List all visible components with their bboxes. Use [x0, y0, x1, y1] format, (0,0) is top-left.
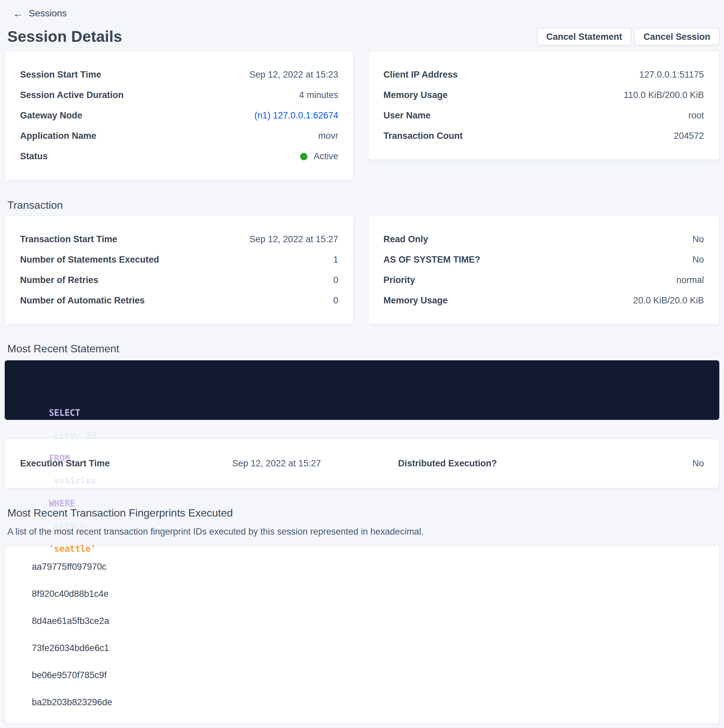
- sql-token: 'seattle': [49, 544, 96, 554]
- session-summary-row: Session Start Time Sep 12, 2022 at 15:23…: [5, 51, 719, 180]
- sql-token: city, id: [49, 431, 101, 440]
- sql-statement-box: SELECT city, id FROM vehicles WHERE city…: [5, 360, 719, 420]
- breadcrumb-sessions-link[interactable]: Sessions: [29, 8, 67, 19]
- detail-row: Client IP Address 127.0.0.1:51175: [383, 64, 704, 85]
- detail-label: Application Name: [20, 131, 96, 141]
- detail-value: Active: [300, 151, 338, 162]
- detail-row: Memory Usage 110.0 KiB/200.0 KiB: [383, 85, 704, 106]
- detail-label: Gateway Node: [20, 110, 82, 121]
- detail-value: 0: [333, 295, 338, 306]
- execution-start-value: Sep 12, 2022 at 15:27: [232, 458, 321, 469]
- detail-value: No: [692, 255, 704, 265]
- detail-row: User Name root: [383, 106, 704, 126]
- fingerprint-id: ba2b203b823296de: [32, 689, 704, 716]
- detail-label: Client IP Address: [383, 70, 458, 80]
- fingerprints-section-title: Most Recent Transaction Fingerprints Exe…: [8, 507, 719, 519]
- detail-label: Session Active Duration: [20, 90, 124, 100]
- detail-value: root: [688, 110, 704, 121]
- execution-start-label: Execution Start Time: [20, 458, 110, 469]
- detail-row: AS OF SYSTEM TIME? No: [383, 249, 704, 270]
- detail-row: Session Start Time Sep 12, 2022 at 15:23: [20, 64, 338, 85]
- status-active-dot-icon: [300, 153, 308, 160]
- detail-row: Gateway Node (n1) 127.0.0.1:62674: [20, 106, 338, 126]
- cancel-session-button[interactable]: Cancel Session: [634, 28, 719, 45]
- detail-row: Transaction Count 204572: [383, 126, 704, 146]
- detail-label: Memory Usage: [383, 295, 448, 306]
- detail-row: Number of Automatic Retries 0: [20, 291, 338, 311]
- detail-row: Memory Usage 20.0 KiB/20.0 KiB: [383, 291, 704, 311]
- detail-label: User Name: [383, 110, 430, 121]
- statement-section-title: Most Recent Statement: [8, 343, 719, 355]
- transaction-props-card: Read Only No AS OF SYSTEM TIME? No Prior…: [368, 216, 719, 324]
- breadcrumb[interactable]: ← Sessions: [13, 8, 719, 19]
- detail-value[interactable]: (n1) 127.0.0.1:62674: [254, 110, 338, 121]
- page-header: Session Details Cancel Statement Cancel …: [5, 28, 719, 46]
- detail-label: Priority: [383, 275, 415, 285]
- transaction-stats-card: Transaction Start Time Sep 12, 2022 at 1…: [5, 216, 354, 324]
- fingerprint-id: 8f920c40d88b1c4e: [32, 580, 704, 607]
- execution-card: Execution Start Time Sep 12, 2022 at 15:…: [5, 439, 719, 488]
- fingerprint-id: 73fe26034bd6e6c1: [32, 635, 704, 662]
- fingerprints-card: aa79775ff097970c 8f920c40d88b1c4e 8d4ae6…: [5, 546, 719, 723]
- detail-row: Session Active Duration 4 minutes: [20, 85, 338, 106]
- transaction-section-title: Transaction: [8, 199, 719, 211]
- session-details-page: ← Sessions Session Details Cancel Statem…: [0, 0, 724, 723]
- client-info-card: Client IP Address 127.0.0.1:51175 Memory…: [368, 51, 719, 160]
- client-info-rows: Client IP Address 127.0.0.1:51175 Memory…: [368, 51, 719, 160]
- sql-token: SELECT: [49, 408, 80, 418]
- header-actions: Cancel Statement Cancel Session: [537, 28, 719, 45]
- detail-label: Session Start Time: [20, 70, 101, 80]
- transaction-row: Transaction Start Time Sep 12, 2022 at 1…: [5, 216, 719, 324]
- detail-row: Priority normal: [383, 270, 704, 291]
- fingerprints-description: A list of the most recent transaction fi…: [8, 527, 719, 537]
- detail-value: normal: [676, 275, 704, 285]
- detail-value: 1: [333, 255, 338, 265]
- cancel-statement-button[interactable]: Cancel Statement: [537, 28, 631, 45]
- session-info-card: Session Start Time Sep 12, 2022 at 15:23…: [5, 51, 354, 180]
- sql-token: vehicles: [49, 476, 101, 486]
- fingerprint-id: be06e9570f785c9f: [32, 662, 704, 689]
- transaction-stats-rows: Transaction Start Time Sep 12, 2022 at 1…: [5, 216, 353, 324]
- detail-value: No: [692, 234, 704, 245]
- detail-label: Status: [20, 151, 48, 162]
- detail-value: Sep 12, 2022 at 15:27: [249, 234, 338, 245]
- detail-label: Transaction Count: [383, 131, 463, 141]
- detail-row: Number of Retries 0: [20, 270, 338, 291]
- detail-label: AS OF SYSTEM TIME?: [383, 255, 481, 265]
- detail-label: Read Only: [383, 234, 428, 245]
- detail-row: Transaction Start Time Sep 12, 2022 at 1…: [20, 229, 338, 249]
- detail-row: Status Active: [20, 146, 338, 167]
- detail-label: Number of Retries: [20, 275, 98, 285]
- detail-label: Memory Usage: [383, 90, 448, 100]
- back-arrow-icon[interactable]: ←: [13, 8, 23, 19]
- transaction-props-rows: Read Only No AS OF SYSTEM TIME? No Prior…: [368, 216, 719, 324]
- distributed-execution-label: Distributed Execution?: [398, 458, 497, 469]
- detail-value: 0: [333, 275, 338, 285]
- detail-value: 204572: [674, 131, 704, 141]
- detail-value: 127.0.0.1:51175: [639, 70, 704, 80]
- detail-label: Transaction Start Time: [20, 234, 118, 245]
- distributed-execution-value: No: [692, 458, 704, 469]
- detail-row: Read Only No: [383, 229, 704, 249]
- detail-value: 110.0 KiB/200.0 KiB: [624, 90, 704, 100]
- page-title: Session Details: [8, 28, 122, 46]
- detail-value: 4 minutes: [299, 90, 338, 100]
- session-info-rows: Session Start Time Sep 12, 2022 at 15:23…: [5, 51, 353, 180]
- fingerprint-id: 8d4ae61a5fb3ce2a: [32, 607, 704, 635]
- detail-value: Sep 12, 2022 at 15:23: [249, 70, 338, 80]
- detail-row: Number of Statements Executed 1: [20, 249, 338, 270]
- detail-value: movr: [318, 131, 338, 141]
- detail-value: 20.0 KiB/20.0 KiB: [633, 295, 704, 306]
- detail-label: Number of Automatic Retries: [20, 295, 145, 306]
- detail-label: Number of Statements Executed: [20, 255, 159, 265]
- fingerprint-id: aa79775ff097970c: [32, 554, 704, 580]
- detail-row: Application Name movr: [20, 126, 338, 146]
